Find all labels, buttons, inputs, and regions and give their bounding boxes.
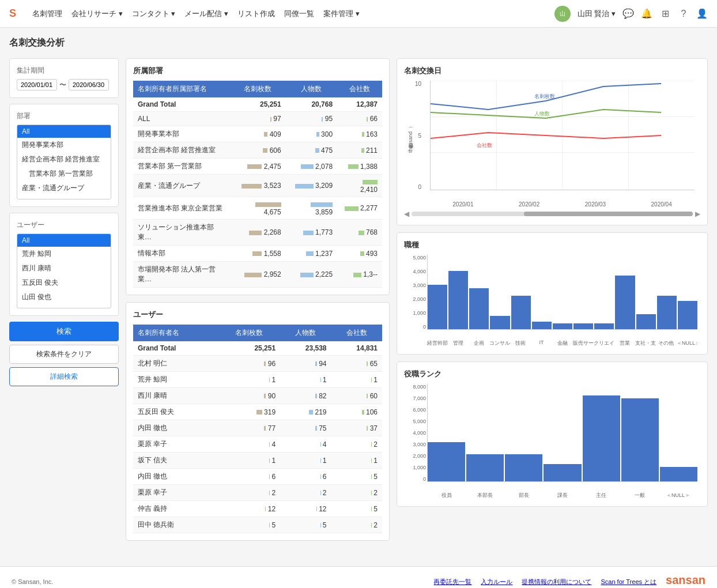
job-bar[interactable] [469,288,489,329]
line-chart-area: 名刺枚数 人物数 会社数 [430,81,695,190]
footer-link-2[interactable]: 入力ルール [481,578,512,586]
job-bar-label: ＜NULL＞ [677,340,697,347]
rank-bar[interactable] [621,398,659,481]
avatar: 山 [554,6,571,22]
user-col3-header: 人物数 [280,325,331,341]
footer-link-4[interactable]: Scan for Trees とは [601,578,656,586]
user-item-4[interactable]: 山田 俊也 [17,290,111,304]
job-bar-label: 支社・支店 [635,340,656,347]
rank-bar[interactable] [660,467,697,481]
rank-bar[interactable] [544,464,581,481]
job-bar-label: IT [531,340,552,347]
job-bar[interactable] [615,276,635,329]
job-bar-label: 技術 [510,340,531,347]
detail-search-button[interactable]: 詳細検索 [9,367,119,386]
date-to[interactable] [69,79,109,91]
user-row-persons: 4 [280,436,331,453]
nav-meishi[interactable]: 名刺管理 [32,9,62,19]
chat-icon[interactable]: 💬 [622,8,634,20]
nav-company-research[interactable]: 会社リサーチ ▾ [71,9,123,19]
scroll-left-btn[interactable]: ◀ [404,210,409,218]
sidebar: 集計期間 〜 部署 All 開発事業本部 経営企画本部 経営推進室 営業本部 第… [9,58,119,548]
nav-cases[interactable]: 案件管理 ▾ [323,9,360,19]
date-from[interactable] [17,79,57,91]
scroll-right-btn[interactable]: ▶ [695,210,700,218]
user-all[interactable]: All [17,234,111,247]
dept-item-2[interactable]: 経営企画本部 経営推進室 [17,152,111,167]
user-item-1[interactable]: 荒井 鯨岡 [17,247,111,261]
bell-icon[interactable]: 🔔 [641,8,652,20]
blue-line-label: 名刺枚数 [534,93,555,99]
user-name[interactable]: 山田 賢治 ▾ [578,9,616,19]
logo[interactable]: S [9,7,16,20]
user-grand-total-row: Grand Total 25,251 23,538 14,831 [133,341,382,356]
user-table-row: 内田 徹也 6 6 5 [133,469,382,485]
job-bar[interactable] [532,322,552,329]
help-icon[interactable]: ? [678,8,689,20]
dept-table-row: 市場開発本部 法人第一営業… 2,952 2,225 1,3-- [133,262,382,288]
footer-link-1[interactable]: 再委託先一覧 [433,578,471,586]
nav-colleagues[interactable]: 同僚一覧 [284,9,314,19]
user-list[interactable]: All 荒井 鯨岡 西川 康晴 五反田 俊夫 山田 俊也 [17,233,111,308]
job-bar[interactable] [573,323,593,329]
user-item-2[interactable]: 西川 康晴 [17,261,111,276]
grid-icon[interactable]: ⊞ [659,8,671,20]
dept-row-companies: 768 [337,220,382,246]
dept-row-companies: 211 [337,142,382,159]
user-row-persons: 6 [280,469,331,485]
rank-bar[interactable] [505,454,542,481]
chart-scrollbar[interactable] [412,212,693,216]
job-bar[interactable] [511,296,531,329]
job-bar[interactable] [657,296,677,329]
job-bar[interactable] [636,314,656,329]
x-label-jan: 2020/01 [452,201,473,208]
user-icon[interactable]: 👤 [696,8,708,20]
job-bar[interactable] [428,285,447,329]
dept-item-1[interactable]: 開発事業本部 [17,138,111,152]
job-bar[interactable] [448,271,468,329]
job-bar-label: 企画 [469,340,489,347]
nav-email[interactable]: メール配信 ▾ [184,9,228,19]
job-bar[interactable] [553,323,572,329]
dept-row-cards: 4,675 [230,197,285,220]
date-separator: 〜 [59,80,66,90]
dept-col2-header: 名刺枚数 [230,81,285,97]
dept-row-persons: 3,859 [286,197,337,220]
user-grand-total-companies: 14,831 [331,341,382,356]
clear-button[interactable]: 検索条件をクリア [9,345,119,364]
rank-bar[interactable] [466,454,504,481]
header: S 名刺管理 会社リサーチ ▾ コンタクト ▾ メール配信 ▾ リスト作成 同僚… [0,0,717,28]
dept-item-3[interactable]: 営業本部 第一営業部 [17,167,111,181]
rank-bar[interactable] [583,395,620,481]
job-bar-label: 金融 [552,340,572,347]
dept-row-name: ALL [133,112,230,126]
dept-row-name: 産業・流通グループ [133,175,230,197]
user-row-cards: 6 [218,469,280,485]
main-nav: 名刺管理 会社リサーチ ▾ コンタクト ▾ メール配信 ▾ リスト作成 同僚一覧… [32,9,543,19]
line-chart-x-labels: 2020/01 2020/02 2020/03 2020/04 [430,201,695,208]
dept-item-5[interactable]: 営業推進本部 東京企業営業… [17,195,111,199]
rank-chart-title: 役職ランク [404,369,700,379]
date-range: 〜 [17,79,111,91]
job-bar[interactable] [678,301,697,329]
nav-list[interactable]: リスト作成 [237,9,275,19]
footer-links: 再委託先一覧 入力ルール 提携情報の利用について Scan for Trees … [433,574,705,588]
user-table-row: 坂下 信夫 1 1 1 [133,453,382,469]
user-row-cards: 90 [218,388,280,404]
footer: © Sansan, Inc. 再委託先一覧 入力ルール 提携情報の利用について … [0,566,717,588]
job-bar[interactable] [594,323,614,329]
nav-contact[interactable]: コンタクト ▾ [132,9,176,19]
user-item-3[interactable]: 五反田 俊夫 [17,276,111,290]
search-button[interactable]: 検索 [9,322,119,341]
rank-bar-label: 一般 [620,492,659,499]
dept-all[interactable]: All [17,125,111,138]
dept-list[interactable]: All 開発事業本部 経営企画本部 経営推進室 営業本部 第一営業部 産業・流通… [17,125,111,199]
footer-link-3[interactable]: 提携情報の利用について [522,578,591,586]
user-table-row: 五反田 俊夫 319 219 106 [133,404,382,420]
rank-bar[interactable] [428,442,465,481]
job-bar[interactable] [490,316,510,329]
job-bar-label: 管理 [448,340,469,347]
user-label: ユーザー [17,220,111,230]
dept-item-4[interactable]: 産業・流通グループ [17,181,111,195]
right-panel: 名刺交換日 10 5 0 件数（thousand） [397,58,708,548]
